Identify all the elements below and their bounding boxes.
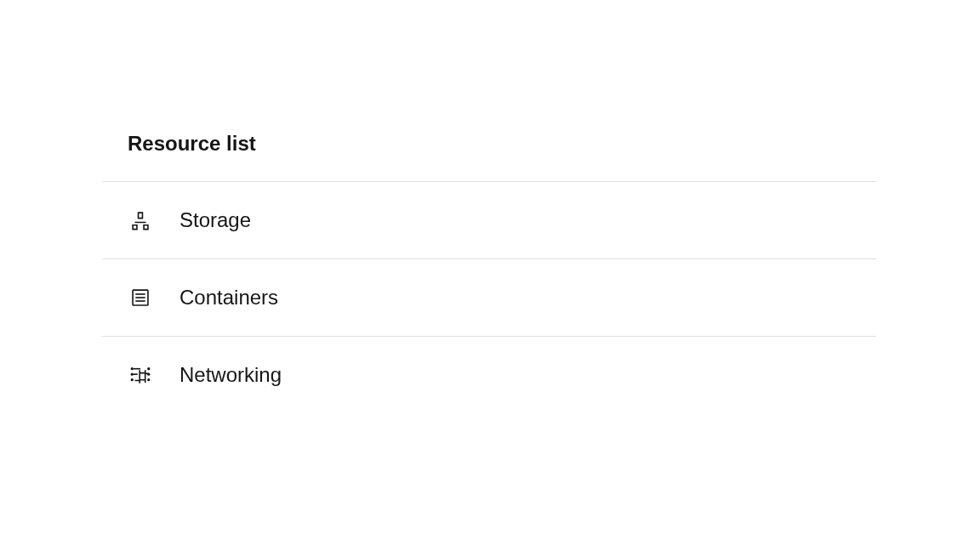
list-box-icon xyxy=(129,287,151,309)
list-item-label: Containers xyxy=(179,286,278,310)
svg-rect-1 xyxy=(135,297,145,298)
svg-rect-4 xyxy=(134,373,138,375)
svg-rect-0 xyxy=(135,293,145,295)
svg-rect-2 xyxy=(135,300,145,302)
resource-list: Storage Containers xyxy=(102,181,876,413)
list-title: Resource list xyxy=(102,132,876,156)
network-tree-icon xyxy=(129,364,151,386)
list-item-containers[interactable]: Containers xyxy=(102,258,876,336)
list-item-label: Networking xyxy=(179,363,282,387)
list-item-storage[interactable]: Storage xyxy=(102,181,876,258)
hierarchy-icon xyxy=(129,209,151,231)
resource-list-container: Resource list Storage Containers xyxy=(102,132,876,413)
list-item-label: Storage xyxy=(179,208,251,232)
svg-rect-3 xyxy=(134,368,140,370)
list-item-networking[interactable]: Networking xyxy=(102,336,876,413)
